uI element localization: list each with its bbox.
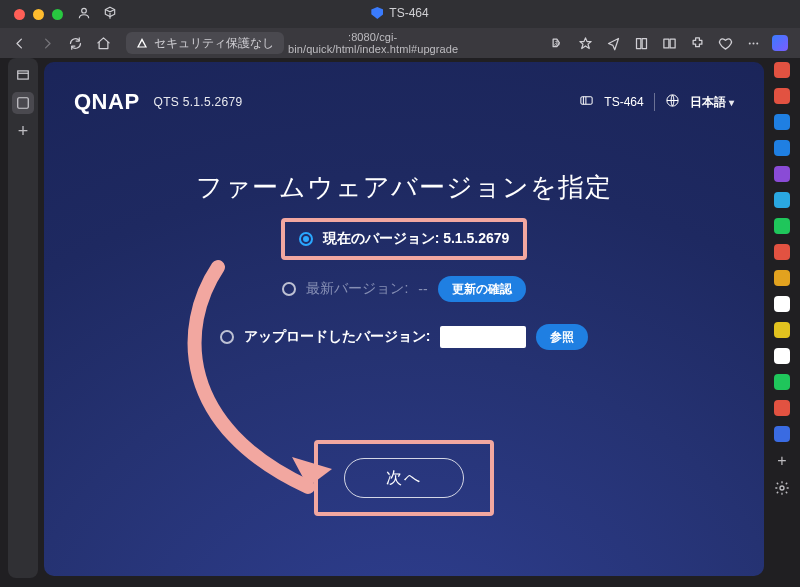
svg-rect-4 xyxy=(663,39,668,48)
upload-path-input[interactable] xyxy=(440,326,526,348)
qnap-firmware-version: QTS 5.1.5.2679 xyxy=(154,95,243,109)
svg-point-6 xyxy=(748,42,750,44)
svg-text:あ: あ xyxy=(554,39,560,46)
extensions-icon[interactable] xyxy=(688,34,706,52)
qnap-logo: QNAP xyxy=(74,89,140,115)
qnap-header: QNAP QTS 5.1.5.2679 TS-464 日本語 ▾ xyxy=(74,82,734,122)
extension-icon-9[interactable] xyxy=(774,296,790,312)
home-button[interactable] xyxy=(94,34,112,52)
next-button[interactable]: 次へ xyxy=(344,458,464,498)
extension-icon-11[interactable] xyxy=(774,348,790,364)
extension-icon-10[interactable] xyxy=(774,322,790,338)
svg-rect-12 xyxy=(581,97,592,105)
globe-icon xyxy=(665,93,680,111)
address-bar[interactable]: セキュリティ保護なし xyxy=(126,32,284,54)
svg-point-7 xyxy=(752,42,754,44)
svg-rect-5 xyxy=(670,39,675,48)
latest-label: 最新バージョン: xyxy=(306,280,408,298)
extension-icon-13[interactable] xyxy=(774,400,790,416)
extension-icon-2[interactable] xyxy=(774,114,790,130)
back-button[interactable] xyxy=(10,34,28,52)
window-title: TS-464 xyxy=(0,6,800,20)
svg-rect-10 xyxy=(18,98,29,109)
current-label: 現在のバージョン: xyxy=(323,230,440,246)
vertical-tab-strip: + xyxy=(8,58,38,578)
window-title-text: TS-464 xyxy=(389,6,428,20)
extension-icon-1[interactable] xyxy=(774,88,790,104)
sidebar-extensions: + xyxy=(770,58,794,578)
model-label: TS-464 xyxy=(604,95,643,109)
separator xyxy=(654,93,655,111)
favorite-icon[interactable] xyxy=(576,34,594,52)
tab-qnap[interactable] xyxy=(12,92,34,114)
more-icon[interactable] xyxy=(744,34,762,52)
svg-rect-2 xyxy=(636,38,640,48)
tab-actions-button[interactable] xyxy=(12,64,34,86)
macos-titlebar: TS-464 xyxy=(0,0,800,28)
check-update-button[interactable]: 更新の確認 xyxy=(438,276,526,302)
radio-latest[interactable] xyxy=(282,282,296,296)
qnap-setup-page: QNAP QTS 5.1.5.2679 TS-464 日本語 ▾ ファームウェア… xyxy=(44,62,764,576)
browser-toolbar: セキュリティ保護なし :8080/cgi-bin/quick/html/inde… xyxy=(0,28,800,58)
option-latest-version[interactable]: 最新バージョン: -- 更新の確認 xyxy=(268,268,539,310)
extension-icon-5[interactable] xyxy=(774,192,790,208)
extension-icon-8[interactable] xyxy=(774,270,790,286)
radio-upload[interactable] xyxy=(220,330,234,344)
option-uploaded-version[interactable]: アップロードしたバージョン: 参照 xyxy=(206,316,603,358)
new-tab-button[interactable]: + xyxy=(12,120,34,142)
page-title: ファームウェアバージョンを指定 xyxy=(44,170,764,205)
collections-icon[interactable] xyxy=(632,34,650,52)
url-text: :8080/cgi-bin/quick/html/index.html#upgr… xyxy=(288,31,548,55)
security-label: セキュリティ保護なし xyxy=(154,35,274,52)
svg-rect-3 xyxy=(642,38,646,48)
extension-icon-4[interactable] xyxy=(774,166,790,182)
add-extension-button[interactable]: + xyxy=(777,452,786,470)
settings-icon[interactable] xyxy=(774,480,790,496)
not-secure-icon xyxy=(136,37,148,49)
upload-label: アップロードしたバージョン: xyxy=(244,328,431,346)
extension-icon-12[interactable] xyxy=(774,374,790,390)
extension-icon-7[interactable] xyxy=(774,244,790,260)
current-value: 5.1.5.2679 xyxy=(443,230,509,246)
firmware-options: 現在のバージョン: 5.1.5.2679 最新バージョン: -- 更新の確認 ア… xyxy=(44,212,764,358)
latest-value: -- xyxy=(418,281,427,297)
option-current-version[interactable]: 現在のバージョン: 5.1.5.2679 xyxy=(281,218,528,260)
nas-icon xyxy=(579,93,594,111)
split-screen-icon[interactable] xyxy=(660,34,678,52)
svg-rect-9 xyxy=(18,71,29,79)
forward-button[interactable] xyxy=(38,34,56,52)
refresh-button[interactable] xyxy=(66,34,84,52)
next-button-highlight: 次へ xyxy=(314,440,494,516)
read-aloud-icon[interactable]: あ xyxy=(548,34,566,52)
extension-icon-14[interactable] xyxy=(774,426,790,442)
language-selector[interactable]: 日本語 ▾ xyxy=(690,94,734,111)
copilot-icon[interactable] xyxy=(772,35,788,51)
svg-point-8 xyxy=(756,42,758,44)
svg-point-11 xyxy=(780,486,784,490)
radio-current[interactable] xyxy=(299,232,313,246)
favorites-bar-icon[interactable] xyxy=(716,34,734,52)
shield-icon xyxy=(371,7,383,19)
extension-icon-0[interactable] xyxy=(774,62,790,78)
extension-icon-6[interactable] xyxy=(774,218,790,234)
send-icon[interactable] xyxy=(604,34,622,52)
browse-button[interactable]: 参照 xyxy=(536,324,588,350)
extension-icon-3[interactable] xyxy=(774,140,790,156)
